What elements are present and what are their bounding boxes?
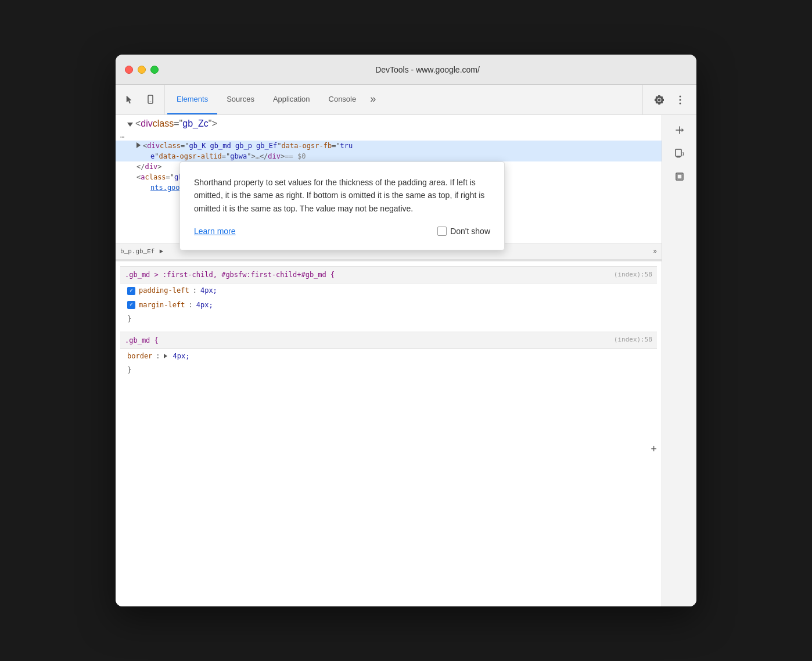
css-selector-1: .gb_md > :first-child, #gbsfw:first-chil… [125, 269, 335, 281]
close-button[interactable] [125, 66, 133, 74]
css-line-number-1: (index):58 [614, 270, 652, 281]
tab-console[interactable]: Console [319, 85, 366, 114]
dont-show-label: Don't show [450, 227, 490, 236]
main-content: <div class="gb_Zc"> … <div class="gb_K g… [116, 115, 696, 606]
layers-icon[interactable] [669, 166, 690, 187]
more-tabs-button[interactable]: » [365, 85, 380, 114]
css-checkbox-margin[interactable]: ✓ [127, 301, 135, 309]
css-section-header-1: .gb_md > :first-child, #gbsfw:first-chil… [120, 266, 657, 283]
dont-show-container: Don't show [437, 227, 490, 236]
tooltip-footer: Learn more Don't show [194, 227, 490, 236]
svg-rect-5 [676, 149, 681, 156]
more-options-icon[interactable] [671, 91, 689, 109]
traffic-lights [125, 66, 159, 74]
maximize-button[interactable] [150, 66, 159, 74]
css-checkbox-padding[interactable]: ✓ [127, 287, 135, 295]
collapse-triangle [127, 123, 133, 127]
tab-application[interactable]: Application [264, 85, 319, 114]
svg-rect-8 [677, 174, 682, 179]
toolbar-right-icons [642, 85, 696, 114]
minimize-button[interactable] [138, 66, 146, 74]
devtools-tabs: Elements Sources Application Console » [165, 85, 642, 114]
settings-icon[interactable] [650, 91, 669, 109]
svg-rect-6 [677, 156, 680, 157]
add-icon[interactable] [669, 120, 690, 141]
mobile-icon[interactable] [141, 91, 160, 109]
css-close-brace-2: } [120, 363, 657, 378]
css-line-number-2: (index):58 [614, 335, 652, 346]
css-close-brace-1: } [120, 312, 657, 326]
devtools-toolbar: Elements Sources Application Console » [116, 85, 696, 115]
expand-triangle [136, 142, 141, 148]
right-panel [662, 115, 696, 606]
tab-sources[interactable]: Sources [217, 85, 264, 114]
expand-border-value[interactable] [164, 354, 167, 358]
dont-show-checkbox[interactable] [437, 227, 447, 236]
css-rule-padding-left: ✓ padding-left: 4px; [120, 283, 657, 297]
html-row-1[interactable]: <div class="gb_Zc"> [116, 117, 662, 130]
cursor-icon[interactable] [120, 91, 139, 109]
dots-indicator: … [120, 131, 124, 139]
css-panel: .gb_md > :first-child, #gbsfw:first-chil… [116, 261, 662, 482]
html-row-dots: … [116, 130, 662, 141]
tab-elements[interactable]: Elements [167, 85, 217, 114]
svg-point-4 [680, 102, 681, 104]
tooltip-popup: Shorthand property to set values for the… [179, 161, 505, 250]
toolbar-icons [116, 85, 165, 114]
html-row-selected-cont: e" data-ogsr-alt id="gbwa"> … </div> == … [116, 151, 662, 161]
title-bar: DevTools - www.google.com/ [116, 55, 696, 85]
add-css-rule-button[interactable]: + [651, 441, 657, 459]
html-row-selected[interactable]: <div class="gb_K gb_md gb_p gb_Ef" data-… [116, 141, 662, 151]
devtools-window: DevTools - www.google.com/ Elements Sour [116, 55, 696, 606]
tooltip-description: Shorthand property to set values for the… [194, 176, 490, 215]
css-rule-border: border: 4px; [120, 349, 657, 363]
css-selector-2: .gb_md { [125, 335, 159, 346]
learn-more-link[interactable]: Learn more [194, 227, 236, 236]
css-section-header-2: .gb_md { (index):58 [120, 332, 657, 349]
svg-rect-1 [150, 102, 152, 102]
svg-point-3 [680, 99, 681, 100]
window-title: DevTools - www.google.com/ [168, 65, 687, 74]
paint-icon[interactable] [669, 143, 690, 164]
svg-point-2 [680, 95, 681, 97]
css-rule-margin-left: ✓ margin-left: 4px; [120, 298, 657, 312]
